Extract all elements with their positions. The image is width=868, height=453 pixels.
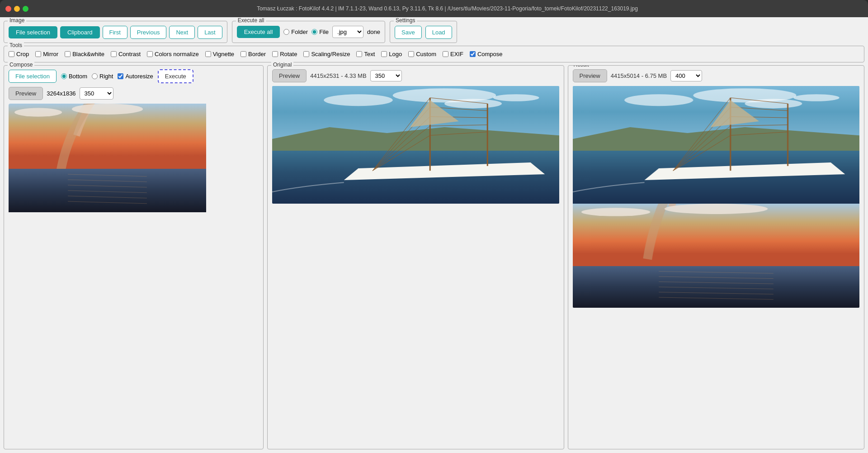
right-radio[interactable] <box>92 73 98 79</box>
original-preview-button[interactable]: Preview <box>272 69 307 82</box>
tool-blackwhite[interactable]: Black&white <box>65 51 104 57</box>
tool-logo[interactable]: Logo <box>381 51 402 57</box>
bottom-label: Bottom <box>69 73 87 80</box>
compose-preview-button[interactable]: Preview <box>9 87 43 100</box>
execute-all-group: Execute all Execute all Folder File .jpg… <box>232 21 385 43</box>
tool-text[interactable]: Text <box>356 51 375 57</box>
window-title: Tomasz Łuczak : FotoKilof 4.4.2 | IM 7.1… <box>32 5 863 12</box>
original-image-container <box>272 86 559 445</box>
image-controls: File selection Clipboard First Previous … <box>9 24 222 39</box>
clipboard-button[interactable]: Clipboard <box>60 26 100 38</box>
original-dimensions: 4415x2531 - 4.33 MB <box>310 72 366 79</box>
result-ship-image <box>573 86 860 204</box>
right-label: Right <box>99 73 113 80</box>
first-button[interactable]: First <box>103 26 127 39</box>
tool-colors-normalize[interactable]: Colors normalize <box>147 51 199 57</box>
result-images <box>573 86 860 445</box>
contrast-checkbox[interactable] <box>111 51 117 57</box>
tools-bar: Crop Mirror Black&white Contrast Colors … <box>9 49 859 59</box>
last-button[interactable]: Last <box>198 26 222 39</box>
result-size-select[interactable]: 400 300 350 450 500 <box>670 70 702 81</box>
compose-top-controls: File selection Bottom Right Autoresize E… <box>9 69 259 83</box>
rotate-checkbox[interactable] <box>272 51 278 57</box>
tool-contrast[interactable]: Contrast <box>111 51 141 57</box>
execute-all-controls: Execute all Folder File .jpg .png .tif .… <box>237 24 380 38</box>
scaling-resize-checkbox[interactable] <box>303 51 309 57</box>
file-label: File <box>319 29 329 35</box>
tool-compose[interactable]: Compose <box>470 51 503 57</box>
file-radio-group: File <box>311 29 329 35</box>
compose-dimensions: 3264x1836 <box>47 90 75 97</box>
original-top-row: Preview 4415x2531 - 4.33 MB 350 300 400 … <box>272 69 559 82</box>
crop-checkbox[interactable] <box>9 51 14 57</box>
tool-scaling-resize[interactable]: Scaling/Resize <box>303 51 350 57</box>
tools-group: Tools Crop Mirror Black&white Contrast C… <box>4 46 864 62</box>
custom-checkbox[interactable] <box>408 51 414 57</box>
result-dimensions: 4415x5014 - 6.75 MB <box>611 72 667 79</box>
autoresize-label: Autoresize <box>125 73 153 80</box>
minimize-button[interactable] <box>14 6 20 12</box>
vignette-checkbox[interactable] <box>205 51 211 57</box>
tool-exif[interactable]: EXIF <box>443 51 463 57</box>
tool-vignette[interactable]: Vignette <box>205 51 234 57</box>
tool-crop[interactable]: Crop <box>9 51 29 57</box>
next-button[interactable]: Next <box>169 26 195 39</box>
original-panel: Original Preview 4415x2531 - 4.33 MB 350… <box>267 65 564 449</box>
mirror-checkbox[interactable] <box>35 51 41 57</box>
compose-checkbox[interactable] <box>470 51 476 57</box>
load-button[interactable]: Load <box>425 26 452 39</box>
compose-preview-row: Preview 3264x1836 350 300 400 450 500 <box>9 87 259 100</box>
content-area: Compose File selection Bottom Right Auto… <box>4 65 864 449</box>
text-checkbox[interactable] <box>356 51 362 57</box>
result-preview-button[interactable]: Preview <box>573 69 607 82</box>
compose-image <box>9 104 206 212</box>
execute-all-group-label: Execute all <box>236 17 266 24</box>
right-radio-group: Right <box>92 73 113 80</box>
folder-radio-group: Folder <box>283 29 308 35</box>
execute-all-button[interactable]: Execute all <box>237 26 280 38</box>
bottom-radio-group: Bottom <box>61 73 87 80</box>
traffic-lights <box>5 6 28 12</box>
tool-custom[interactable]: Custom <box>408 51 436 57</box>
close-button[interactable] <box>5 6 11 12</box>
border-checkbox[interactable] <box>241 51 246 57</box>
image-group-label: Image <box>8 17 26 24</box>
format-select[interactable]: .jpg .png .tif .webp <box>332 26 363 38</box>
file-radio[interactable] <box>311 29 317 35</box>
top-bar: Image File selection Clipboard First Pre… <box>4 21 864 43</box>
result-panel: Result Preview 4415x5014 - 6.75 MB 400 3… <box>568 65 865 449</box>
exif-checkbox[interactable] <box>443 51 448 57</box>
save-button[interactable]: Save <box>395 26 422 39</box>
logo-checkbox[interactable] <box>381 51 387 57</box>
tool-border[interactable]: Border <box>241 51 266 57</box>
tool-rotate[interactable]: Rotate <box>272 51 297 57</box>
compose-panel-label: Compose <box>8 62 34 68</box>
result-top-row: Preview 4415x5014 - 6.75 MB 400 300 350 … <box>573 69 860 82</box>
main-content: Image File selection Clipboard First Pre… <box>0 17 868 453</box>
tools-group-label: Tools <box>8 42 24 48</box>
title-bar: Tomasz Łuczak : FotoKilof 4.4.2 | IM 7.1… <box>0 0 868 17</box>
compose-execute-button[interactable]: Execute <box>158 69 193 83</box>
folder-label: Folder <box>291 29 308 35</box>
tool-mirror[interactable]: Mirror <box>35 51 58 57</box>
autoresize-option[interactable]: Autoresize <box>118 73 153 80</box>
result-sunset-image <box>573 204 860 308</box>
folder-radio[interactable] <box>283 29 289 35</box>
maximize-button[interactable] <box>23 6 28 12</box>
compose-size-select[interactable]: 350 300 400 450 500 <box>80 87 113 100</box>
file-selection-button[interactable]: File selection <box>9 26 57 38</box>
original-size-select[interactable]: 350 300 400 450 500 <box>370 70 402 81</box>
original-image <box>272 86 559 204</box>
compose-panel: Compose File selection Bottom Right Auto… <box>4 65 264 449</box>
done-label: done <box>367 29 380 35</box>
settings-group-label: Settings <box>394 17 417 24</box>
result-panel-label: Result <box>572 65 591 68</box>
compose-file-selection-button[interactable]: File selection <box>9 70 57 83</box>
settings-controls: Save Load <box>395 24 452 39</box>
colors-normalize-checkbox[interactable] <box>147 51 153 57</box>
blackwhite-checkbox[interactable] <box>65 51 71 57</box>
autoresize-checkbox[interactable] <box>118 73 123 79</box>
previous-button[interactable]: Previous <box>130 26 167 39</box>
original-panel-label: Original <box>271 62 293 68</box>
bottom-radio[interactable] <box>61 73 67 79</box>
